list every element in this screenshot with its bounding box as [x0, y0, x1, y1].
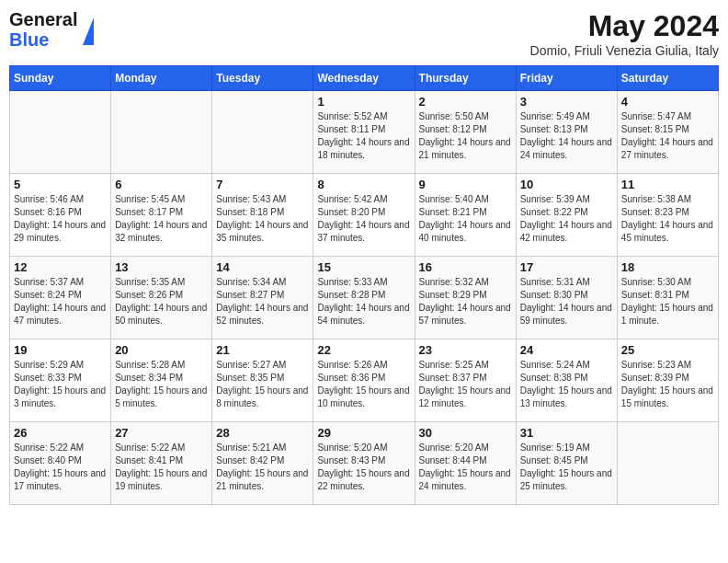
calendar-cell: 17Sunrise: 5:31 AM Sunset: 8:30 PM Dayli…: [516, 257, 617, 339]
page-header: General Blue May 2024 Domio, Friuli Vene…: [9, 9, 719, 58]
calendar-cell: 11Sunrise: 5:38 AM Sunset: 8:23 PM Dayli…: [617, 174, 718, 257]
day-info: Sunrise: 5:21 AM Sunset: 8:42 PM Dayligh…: [216, 442, 309, 493]
day-number: 23: [419, 343, 512, 357]
calendar-cell: 9Sunrise: 5:40 AM Sunset: 8:21 PM Daylig…: [415, 174, 516, 257]
calendar-cell: 2Sunrise: 5:50 AM Sunset: 8:12 PM Daylig…: [415, 91, 516, 174]
calendar-cell: 21Sunrise: 5:27 AM Sunset: 8:35 PM Dayli…: [212, 339, 313, 422]
calendar-cell: 20Sunrise: 5:28 AM Sunset: 8:34 PM Dayli…: [111, 339, 212, 422]
calendar-cell: 19Sunrise: 5:29 AM Sunset: 8:33 PM Dayli…: [10, 339, 111, 422]
calendar-cell: 6Sunrise: 5:45 AM Sunset: 8:17 PM Daylig…: [111, 174, 212, 257]
day-number: 6: [115, 178, 208, 191]
day-info: Sunrise: 5:52 AM Sunset: 8:11 PM Dayligh…: [317, 110, 410, 162]
location-subtitle: Domio, Friuli Venezia Giulia, Italy: [530, 43, 719, 58]
logo-line1: General: [9, 9, 77, 29]
month-year-title: May 2024: [530, 9, 719, 43]
day-number: 19: [14, 343, 107, 357]
day-number: 15: [317, 260, 410, 274]
calendar-cell: 14Sunrise: 5:34 AM Sunset: 8:27 PM Dayli…: [212, 257, 313, 339]
day-number: 9: [419, 178, 512, 191]
day-info: Sunrise: 5:27 AM Sunset: 8:35 PM Dayligh…: [216, 359, 309, 410]
calendar-cell: 29Sunrise: 5:20 AM Sunset: 8:43 PM Dayli…: [313, 422, 415, 505]
day-number: 3: [520, 95, 613, 109]
day-info: Sunrise: 5:35 AM Sunset: 8:26 PM Dayligh…: [115, 276, 208, 327]
day-number: 20: [115, 343, 208, 357]
day-number: 27: [115, 426, 208, 440]
weekday-header: Thursday: [415, 66, 516, 91]
logo: General Blue: [9, 9, 94, 50]
calendar-cell: 28Sunrise: 5:21 AM Sunset: 8:42 PM Dayli…: [212, 422, 313, 505]
day-info: Sunrise: 5:33 AM Sunset: 8:28 PM Dayligh…: [317, 276, 410, 327]
weekday-header: Wednesday: [313, 66, 415, 91]
calendar-week-row: 1Sunrise: 5:52 AM Sunset: 8:11 PM Daylig…: [10, 91, 719, 174]
calendar-cell: 1Sunrise: 5:52 AM Sunset: 8:11 PM Daylig…: [313, 91, 415, 174]
weekday-header: Sunday: [10, 66, 111, 91]
day-number: 12: [14, 260, 107, 274]
calendar-table: SundayMondayTuesdayWednesdayThursdayFrid…: [9, 65, 719, 505]
calendar-week-row: 26Sunrise: 5:22 AM Sunset: 8:40 PM Dayli…: [10, 422, 719, 505]
calendar-cell: [10, 91, 111, 174]
calendar-cell: 31Sunrise: 5:19 AM Sunset: 8:45 PM Dayli…: [516, 422, 617, 505]
day-info: Sunrise: 5:47 AM Sunset: 8:15 PM Dayligh…: [621, 110, 714, 162]
day-info: Sunrise: 5:46 AM Sunset: 8:16 PM Dayligh…: [14, 193, 107, 245]
calendar-cell: 12Sunrise: 5:37 AM Sunset: 8:24 PM Dayli…: [10, 257, 111, 339]
calendar-cell: 24Sunrise: 5:24 AM Sunset: 8:38 PM Dayli…: [516, 339, 617, 422]
day-number: 26: [14, 426, 107, 440]
day-number: 7: [216, 178, 309, 191]
day-info: Sunrise: 5:39 AM Sunset: 8:22 PM Dayligh…: [520, 193, 613, 245]
logo-icon: [83, 17, 94, 45]
day-info: Sunrise: 5:40 AM Sunset: 8:21 PM Dayligh…: [419, 193, 512, 245]
day-info: Sunrise: 5:22 AM Sunset: 8:41 PM Dayligh…: [115, 442, 208, 493]
day-info: Sunrise: 5:26 AM Sunset: 8:36 PM Dayligh…: [317, 359, 410, 410]
weekday-header: Saturday: [617, 66, 718, 91]
calendar-cell: 7Sunrise: 5:43 AM Sunset: 8:18 PM Daylig…: [212, 174, 313, 257]
calendar-cell: 30Sunrise: 5:20 AM Sunset: 8:44 PM Dayli…: [415, 422, 516, 505]
day-info: Sunrise: 5:29 AM Sunset: 8:33 PM Dayligh…: [14, 359, 107, 410]
calendar-cell: 16Sunrise: 5:32 AM Sunset: 8:29 PM Dayli…: [415, 257, 516, 339]
calendar-cell: [111, 91, 212, 174]
day-number: 31: [520, 426, 613, 440]
day-number: 4: [621, 95, 714, 109]
calendar-cell: 3Sunrise: 5:49 AM Sunset: 8:13 PM Daylig…: [516, 91, 617, 174]
weekday-header: Tuesday: [212, 66, 313, 91]
calendar-cell: 4Sunrise: 5:47 AM Sunset: 8:15 PM Daylig…: [617, 91, 718, 174]
day-info: Sunrise: 5:25 AM Sunset: 8:37 PM Dayligh…: [419, 359, 512, 410]
day-info: Sunrise: 5:30 AM Sunset: 8:31 PM Dayligh…: [621, 276, 714, 327]
day-info: Sunrise: 5:43 AM Sunset: 8:18 PM Dayligh…: [216, 193, 309, 245]
calendar-week-row: 12Sunrise: 5:37 AM Sunset: 8:24 PM Dayli…: [10, 257, 719, 339]
weekday-header: Monday: [111, 66, 212, 91]
day-number: 24: [520, 343, 613, 357]
day-number: 10: [520, 178, 613, 191]
calendar-cell: 26Sunrise: 5:22 AM Sunset: 8:40 PM Dayli…: [10, 422, 111, 505]
day-info: Sunrise: 5:31 AM Sunset: 8:30 PM Dayligh…: [520, 276, 613, 327]
calendar-cell: 23Sunrise: 5:25 AM Sunset: 8:37 PM Dayli…: [415, 339, 516, 422]
calendar-header-row: SundayMondayTuesdayWednesdayThursdayFrid…: [10, 66, 719, 91]
day-info: Sunrise: 5:19 AM Sunset: 8:45 PM Dayligh…: [520, 442, 613, 493]
day-number: 29: [317, 426, 410, 440]
day-info: Sunrise: 5:23 AM Sunset: 8:39 PM Dayligh…: [621, 359, 714, 410]
day-info: Sunrise: 5:32 AM Sunset: 8:29 PM Dayligh…: [419, 276, 512, 327]
day-info: Sunrise: 5:20 AM Sunset: 8:43 PM Dayligh…: [317, 442, 410, 493]
day-info: Sunrise: 5:34 AM Sunset: 8:27 PM Dayligh…: [216, 276, 309, 327]
day-number: 28: [216, 426, 309, 440]
calendar-body: 1Sunrise: 5:52 AM Sunset: 8:11 PM Daylig…: [10, 91, 719, 505]
calendar-cell: 5Sunrise: 5:46 AM Sunset: 8:16 PM Daylig…: [10, 174, 111, 257]
day-number: 5: [14, 178, 107, 191]
calendar-cell: 25Sunrise: 5:23 AM Sunset: 8:39 PM Dayli…: [617, 339, 718, 422]
day-info: Sunrise: 5:28 AM Sunset: 8:34 PM Dayligh…: [115, 359, 208, 410]
calendar-cell: 8Sunrise: 5:42 AM Sunset: 8:20 PM Daylig…: [313, 174, 415, 257]
day-number: 17: [520, 260, 613, 274]
day-number: 25: [621, 343, 714, 357]
day-info: Sunrise: 5:20 AM Sunset: 8:44 PM Dayligh…: [419, 442, 512, 493]
day-number: 13: [115, 260, 208, 274]
day-number: 2: [419, 95, 512, 109]
calendar-cell: 15Sunrise: 5:33 AM Sunset: 8:28 PM Dayli…: [313, 257, 415, 339]
day-number: 14: [216, 260, 309, 274]
calendar-week-row: 19Sunrise: 5:29 AM Sunset: 8:33 PM Dayli…: [10, 339, 719, 422]
day-info: Sunrise: 5:49 AM Sunset: 8:13 PM Dayligh…: [520, 110, 613, 162]
day-info: Sunrise: 5:24 AM Sunset: 8:38 PM Dayligh…: [520, 359, 613, 410]
day-info: Sunrise: 5:42 AM Sunset: 8:20 PM Dayligh…: [317, 193, 410, 245]
day-number: 11: [621, 178, 714, 191]
calendar-cell: 10Sunrise: 5:39 AM Sunset: 8:22 PM Dayli…: [516, 174, 617, 257]
day-number: 21: [216, 343, 309, 357]
weekday-header: Friday: [516, 66, 617, 91]
